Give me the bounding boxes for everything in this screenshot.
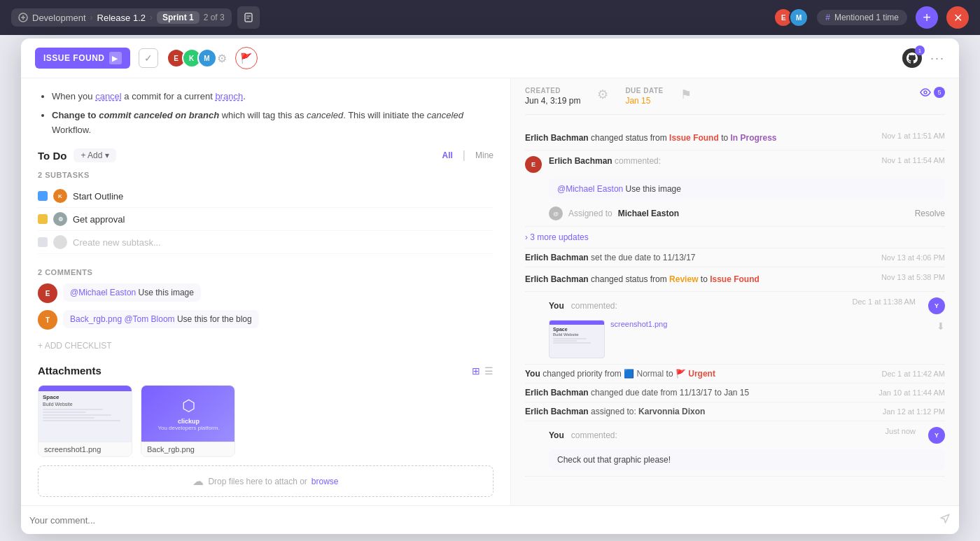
assignee-avatar-3: M <box>197 48 217 68</box>
new-subtask-avatar <box>53 235 67 249</box>
subtask-item-2: ⚙ Get approval <box>38 208 493 231</box>
activity-due-date-1: Erlich Bachman set the due date to 11/13… <box>525 248 945 267</box>
list-view-button[interactable]: ☰ <box>484 365 493 377</box>
you-comment-text: Check out that graphic please! <box>549 449 945 470</box>
comment-input-bar <box>21 505 959 534</box>
attachments-section: Attachments ⊞ ☰ Space Build Website <box>38 365 493 497</box>
grid-view-button[interactable]: ⊞ <box>472 365 480 377</box>
branch-link[interactable]: branch <box>215 91 243 101</box>
subtask-avatar-1: K <box>53 189 67 203</box>
subtask-checkbox-2[interactable] <box>38 214 48 224</box>
comment-item-1: E @Michael Easton Use this image <box>38 283 493 303</box>
view-toggle: ⊞ ☰ <box>472 365 493 377</box>
you-avatar-1: Y <box>928 297 945 314</box>
workspace-label[interactable]: Development <box>32 13 86 23</box>
add-checklist-button[interactable]: + ADD CHECKLIST <box>38 341 493 351</box>
comment-input[interactable] <box>29 515 934 526</box>
download-icon[interactable]: ⬇ <box>937 321 945 332</box>
comments-section: 2 COMMENTS E @Michael Easton Use this im… <box>38 268 493 330</box>
release-label[interactable]: Release 1.2 <box>97 13 146 23</box>
attachments-header: Attachments ⊞ ☰ <box>38 365 493 377</box>
new-subtask-placeholder[interactable]: Create new subtask... <box>73 237 161 248</box>
modal-header: ISSUE FOUND ▶ ✓ E K M ⚙ 🚩 1 ··· <box>21 38 959 78</box>
sprint-label[interactable]: Sprint 1 <box>157 11 200 24</box>
add-button[interactable]: + <box>916 6 938 29</box>
comment-bubble-2: Back_rgb.png @Tom Bloom Use this for the… <box>63 310 259 328</box>
attachment-2[interactable]: ⬡ clickup You developers platform. Back_… <box>141 385 235 457</box>
drop-text: Drop files here to attach or <box>208 477 307 486</box>
filter-mine-button[interactable]: Mine <box>475 150 493 160</box>
activity-you-comment-1: You commented: Dec 1 at 11:38 AM Y Space… <box>525 292 945 365</box>
complete-button[interactable]: ✓ <box>139 48 158 68</box>
activity-status-change-1: Erlich Bachman changed status from Issue… <box>525 126 945 150</box>
new-subtask-checkbox <box>38 237 48 247</box>
cloud-upload-icon: ☁ <box>192 475 204 488</box>
flag-button[interactable]: 🚩 <box>235 47 258 69</box>
modal-body: When you cancel a commit for a current b… <box>21 78 959 505</box>
comment-bubble-1: @Michael Easton Use this image <box>63 283 201 302</box>
screenshot-thumb: Space Build Website <box>38 386 132 442</box>
subtask-checkbox-1[interactable] <box>38 191 48 201</box>
mentioned-badge[interactable]: # Mentioned 1 time <box>817 10 907 25</box>
send-icon[interactable] <box>939 513 951 527</box>
browse-link[interactable]: browse <box>312 477 339 486</box>
erlich-avatar: E <box>525 156 542 173</box>
nav-right-section: E M # Mentioned 1 time + ✕ <box>778 6 969 29</box>
watchers-count: 5 <box>934 87 945 98</box>
created-meta: CREATED Jun 4, 3:19 pm <box>525 87 580 106</box>
drop-zone[interactable]: ☁ Drop files here to attach or browse <box>38 465 493 497</box>
clip-button[interactable] <box>237 6 260 29</box>
close-button[interactable]: ✕ <box>946 6 969 29</box>
calendar-icon: ⚙ <box>597 87 608 102</box>
top-navigation: Development › Release 1.2 › Sprint 1 2 o… <box>0 0 980 35</box>
clickup-thumb: ⬡ clickup You developers platform. <box>141 386 235 442</box>
activity-assigned: Erlich Bachman assigned to: Karvonnia Di… <box>525 402 945 421</box>
subtask-label-1: Start Outline <box>73 191 493 202</box>
attachment-1-label: screenshot1.png <box>38 442 132 456</box>
you-avatar-2: Y <box>928 427 945 444</box>
comment-item-2: T Back_rgb.png @Tom Bloom Use this for t… <box>38 310 493 330</box>
settings-icon[interactable]: ⚙ <box>217 52 227 65</box>
attachments-title: Attachments <box>38 365 102 377</box>
assign-icon: @ <box>549 206 563 220</box>
avatar-2: M <box>789 8 808 27</box>
activity-status-change-2: Erlich Bachman changed status from Revie… <box>525 267 945 292</box>
github-icon[interactable]: 1 <box>902 48 922 68</box>
github-count-badge: 1 <box>915 45 925 55</box>
task-content: When you cancel a commit for a current b… <box>38 90 493 137</box>
status-button[interactable]: ISSUE FOUND ▶ <box>35 48 130 69</box>
nav-user-avatars: E M <box>778 8 808 27</box>
activity-due-date-change: Erlich Bachman changed due date from 11/… <box>525 384 945 402</box>
subtask-label-2: Get approval <box>73 214 493 225</box>
preview-image[interactable]: Space Build Website <box>549 320 605 358</box>
breadcrumb[interactable]: Development › Release 1.2 › Sprint 1 2 o… <box>11 8 232 27</box>
svg-point-4 <box>924 91 927 94</box>
more-options-button[interactable]: ··· <box>930 51 945 66</box>
subtask-item-1: K Start Outline <box>38 185 493 208</box>
resolve-button[interactable]: Resolve <box>915 209 945 218</box>
todo-title: To Do <box>38 150 66 162</box>
svg-rect-1 <box>245 13 252 22</box>
more-updates-toggle[interactable]: › 3 more updates <box>525 227 945 248</box>
comment-avatar-2: T <box>38 310 57 330</box>
comments-label: 2 COMMENTS <box>38 268 493 276</box>
activity-you-comment-2: You commented: Just now Y Check out that… <box>525 421 945 477</box>
new-subtask-row[interactable]: Create new subtask... <box>38 231 493 254</box>
activity-priority-change: You changed priority from 🟦 Normal to 🚩 … <box>525 365 945 384</box>
left-panel: When you cancel a commit for a current b… <box>21 78 511 505</box>
activity-comment-1: E Erlich Bachman commented: Nov 1 at 11:… <box>525 150 945 227</box>
workspace-icon <box>18 13 28 22</box>
flag-meta-icon: ⚑ <box>680 87 692 102</box>
attachment-filename-link[interactable]: screenshot1.png <box>610 320 667 328</box>
assignee-avatars: E K M ⚙ <box>167 48 227 68</box>
cancel-link[interactable]: cancel <box>95 91 122 101</box>
subtasks-count: 2 SUBTASKS <box>38 171 493 179</box>
watchers-button[interactable]: 5 <box>920 87 945 98</box>
todo-header: To Do + Add ▾ All | Mine <box>38 148 493 162</box>
attachment-1[interactable]: Space Build Website screenshot1.png <box>38 385 132 457</box>
filter-all-button[interactable]: All <box>442 150 452 160</box>
todo-add-button[interactable]: + Add ▾ <box>74 148 116 162</box>
meta-row: CREATED Jun 4, 3:19 pm ⚙ DUE DATE Jan 15… <box>525 87 945 115</box>
status-arrow-icon: ▶ <box>109 52 122 64</box>
task-modal: ISSUE FOUND ▶ ✓ E K M ⚙ 🚩 1 ··· When you… <box>21 38 959 534</box>
